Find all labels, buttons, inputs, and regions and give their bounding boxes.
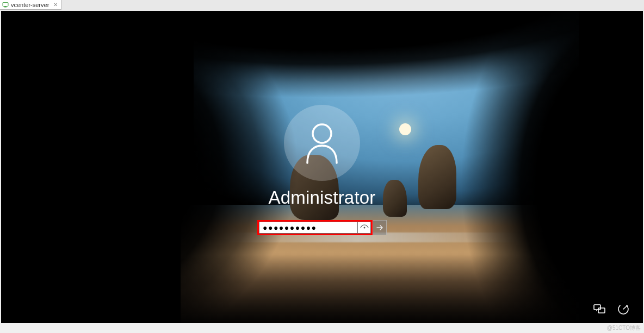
- svg-rect-0: [3, 2, 8, 6]
- password-input[interactable]: [259, 222, 358, 234]
- network-icon: [593, 304, 606, 315]
- svg-rect-1: [4, 7, 7, 8]
- svg-point-2: [313, 124, 331, 143]
- submit-button[interactable]: [373, 220, 387, 235]
- network-button[interactable]: [592, 301, 607, 317]
- tab-bar: vcenter-server ✕: [0, 0, 644, 10]
- monitor-icon: [2, 2, 9, 8]
- close-icon[interactable]: ✕: [53, 2, 58, 8]
- username-label: Administrator: [269, 187, 376, 208]
- avatar: [284, 105, 360, 181]
- svg-line-8: [623, 306, 627, 309]
- svg-point-3: [363, 227, 365, 228]
- svg-rect-5: [598, 308, 605, 313]
- console-tab[interactable]: vcenter-server ✕: [0, 0, 61, 10]
- eye-icon: [360, 224, 369, 231]
- vm-console: Administrator: [1, 11, 643, 323]
- password-highlight: [257, 220, 373, 235]
- login-screen: Administrator: [1, 11, 643, 323]
- tab-label: vcenter-server: [11, 2, 49, 8]
- reveal-password-button[interactable]: [358, 222, 371, 234]
- ease-of-access-icon: [617, 303, 629, 315]
- password-row: [257, 220, 387, 235]
- arrow-right-icon: [375, 223, 384, 232]
- login-corner-controls: [592, 301, 631, 317]
- user-icon: [303, 122, 341, 164]
- watermark: @51CTO博客: [607, 324, 641, 332]
- ease-of-access-button[interactable]: [616, 301, 631, 317]
- svg-rect-4: [594, 305, 600, 310]
